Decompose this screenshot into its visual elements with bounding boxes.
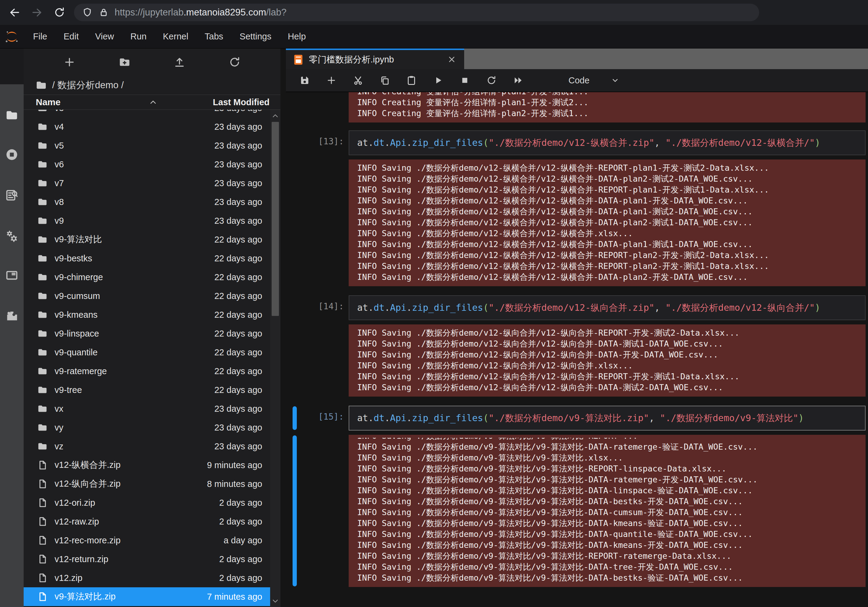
file-icon	[37, 591, 48, 602]
log-line: INFO Saving ./数据分析demo/v9-算法对比/v9-算法对比-D…	[357, 562, 866, 573]
cell-editor[interactable]: at.dt.Api.zip_dir_files("./数据分析demo/v12-…	[349, 130, 866, 155]
log-line: INFO Saving ./数据分析demo/v12-纵横合并/v12-纵横合并…	[357, 228, 866, 239]
file-modified: 9 minutes ago	[207, 460, 270, 470]
file-browser-panel: / 数据分析demo / Name Last Modified v323 day…	[24, 48, 281, 607]
scrollbar-thumb[interactable]	[272, 122, 279, 316]
column-name[interactable]: Name	[36, 97, 60, 107]
run-cell-button[interactable]	[431, 74, 445, 87]
log-line: INFO Saving ./数据分析demo/v9-算法对比/v9-算法对比-D…	[357, 529, 866, 540]
menu-kernel[interactable]: Kernel	[155, 25, 197, 48]
file-row[interactable]: v823 days ago	[24, 192, 281, 211]
file-name: v12-纵向合并.zip	[54, 478, 121, 490]
file-row[interactable]: vy23 days ago	[24, 418, 281, 437]
file-modified: 22 days ago	[214, 366, 270, 376]
sidebar-tab-file-browser-icon[interactable]	[5, 108, 19, 122]
file-row[interactable]: v523 days ago	[24, 136, 281, 155]
code-cell[interactable]: [15]:at.dt.Api.zip_dir_files("./数据分析demo…	[286, 406, 866, 430]
upload-button[interactable]	[171, 54, 188, 71]
log-line: INFO Saving ./数据分析demo/v9-算法对比/v9-算法对比-D…	[357, 485, 866, 496]
file-row[interactable]: vz23 days ago	[24, 437, 281, 456]
back-icon[interactable]	[7, 5, 22, 20]
reload-icon[interactable]	[51, 5, 67, 20]
menu-file[interactable]: File	[25, 25, 56, 48]
restart-run-all-button[interactable]	[512, 74, 525, 87]
file-row[interactable]: v9-tree22 days ago	[24, 381, 281, 399]
refresh-button[interactable]	[226, 54, 243, 71]
cell-output-area: INFO Saving ./数据分析demo/v12-纵向合并/v12-纵向合并…	[286, 324, 866, 396]
folder-icon	[37, 178, 48, 189]
log-line: INFO Saving ./数据分析demo/v12-纵横合并/v12-纵横合并…	[357, 173, 866, 184]
file-row[interactable]: v12-raw.zip2 days ago	[24, 512, 281, 531]
restart-kernel-button[interactable]	[485, 74, 498, 87]
file-row[interactable]: v623 days ago	[24, 155, 281, 174]
add-cell-button[interactable]	[325, 74, 338, 87]
file-row[interactable]: v12-ori.zip2 days ago	[24, 493, 281, 512]
file-row[interactable]: v423 days ago	[24, 117, 281, 136]
sidebar-tab-running-kernels-icon[interactable]	[5, 147, 19, 162]
forward-icon[interactable]	[29, 5, 45, 20]
sidebar-tab-session-manager-icon[interactable]	[5, 229, 19, 244]
column-last-modified[interactable]: Last Modified	[213, 98, 270, 107]
file-row[interactable]: v12-纵向合并.zip8 minutes ago	[24, 474, 281, 493]
file-row[interactable]: v923 days ago	[24, 211, 281, 230]
cell-editor[interactable]: at.dt.Api.zip_dir_files("./数据分析demo/v9-算…	[349, 406, 866, 430]
new-folder-button[interactable]	[116, 54, 133, 71]
sidebar-tab-extension-manager-icon[interactable]	[5, 309, 19, 323]
file-list-scrollbar[interactable]	[270, 110, 281, 607]
cell-type-dropdown[interactable]: Code	[569, 76, 620, 85]
file-modified: 2 days ago	[219, 498, 270, 508]
close-icon[interactable]	[447, 55, 457, 65]
breadcrumb[interactable]: / 数据分析demo /	[24, 76, 281, 94]
file-row[interactable]: v9-ratemerge22 days ago	[24, 362, 281, 381]
cell-gutter	[286, 159, 349, 286]
file-row[interactable]: v323 days ago	[24, 110, 281, 117]
sidebar-tab-open-tabs-icon[interactable]	[5, 268, 19, 283]
scroll-down-icon[interactable]	[271, 597, 279, 605]
file-row[interactable]: v9-kmeans22 days ago	[24, 305, 281, 324]
notebook-tab[interactable]: 零门槛数据分析.ipynb	[286, 48, 464, 69]
menu-run[interactable]: Run	[122, 25, 155, 48]
copy-cell-button[interactable]	[378, 74, 391, 87]
file-row[interactable]: v723 days ago	[24, 174, 281, 192]
sidebar-tab-property-inspector-icon[interactable]	[5, 188, 19, 203]
file-row[interactable]: v12.zip2 days ago	[24, 568, 281, 587]
file-row[interactable]: v9-算法对比.zip7 minutes ago	[24, 587, 281, 606]
menu-help[interactable]: Help	[279, 25, 314, 48]
code-cell[interactable]: [13]:at.dt.Api.zip_dir_files("./数据分析demo…	[286, 130, 866, 155]
scroll-up-icon[interactable]	[271, 111, 279, 120]
new-launcher-button[interactable]	[61, 54, 78, 71]
cell-type-label: Code	[569, 76, 589, 85]
folder-icon	[37, 110, 48, 113]
menu-edit[interactable]: Edit	[56, 25, 87, 48]
shield-icon[interactable]	[82, 7, 93, 18]
file-row[interactable]: v9-cumsum22 days ago	[24, 286, 281, 305]
save-button[interactable]	[298, 74, 312, 87]
stop-kernel-button[interactable]	[458, 74, 471, 87]
file-row[interactable]: v9-chimerge22 days ago	[24, 268, 281, 286]
code-cell[interactable]: [14]:at.dt.Api.zip_dir_files("./数据分析demo…	[286, 295, 866, 320]
file-row[interactable]: v9-算法对比22 days ago	[24, 230, 281, 249]
menu-tabs[interactable]: Tabs	[197, 25, 231, 48]
file-modified: 8 minutes ago	[207, 479, 270, 489]
file-name: v3	[54, 110, 64, 113]
file-row[interactable]: v12-return.zip2 days ago	[24, 550, 281, 568]
file-name: v9-算法对比.zip	[54, 591, 116, 603]
cut-cell-button[interactable]	[351, 74, 365, 87]
file-row[interactable]: v12-纵横合并.zip9 minutes ago	[24, 456, 281, 474]
file-row[interactable]: v12-rec-more.zipa day ago	[24, 531, 281, 550]
file-modified: 22 days ago	[214, 254, 270, 263]
cell-collapser[interactable]	[293, 406, 297, 430]
address-bar[interactable]: https://jupyterlab.metanoia8295.com/lab?	[74, 4, 759, 21]
file-row[interactable]: v9-linspace22 days ago	[24, 324, 281, 343]
cell-collapser[interactable]	[293, 435, 297, 586]
cell-gutter: [15]:	[286, 406, 349, 430]
file-row[interactable]: v9-quantile22 days ago	[24, 343, 281, 362]
cell-editor[interactable]: at.dt.Api.zip_dir_files("./数据分析demo/v12-…	[349, 295, 866, 320]
file-modified: 23 days ago	[214, 441, 270, 451]
lock-icon[interactable]	[98, 7, 109, 18]
file-row[interactable]: vx23 days ago	[24, 399, 281, 418]
menu-settings[interactable]: Settings	[231, 25, 279, 48]
menu-view[interactable]: View	[87, 25, 122, 48]
paste-cell-button[interactable]	[405, 74, 418, 87]
file-row[interactable]: v9-bestks22 days ago	[24, 249, 281, 268]
